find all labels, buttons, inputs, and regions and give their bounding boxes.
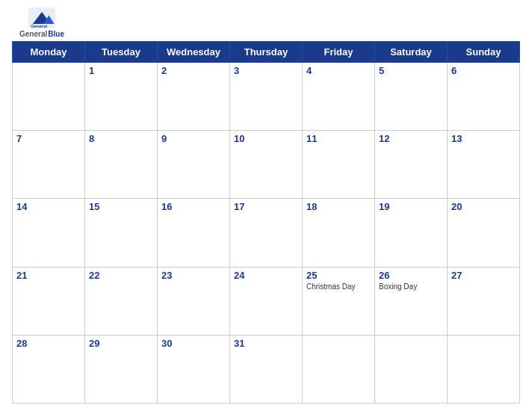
calendar-cell: 20	[448, 199, 520, 267]
calendar-cell: 2	[158, 63, 230, 131]
day-number: 27	[451, 270, 516, 281]
day-number: 3	[234, 65, 298, 76]
calendar-cell: 8	[85, 131, 158, 199]
day-number: 31	[234, 338, 298, 349]
day-number: 14	[16, 201, 81, 212]
calendar-cell: 24	[230, 267, 303, 335]
weekday-header-tuesday: Tuesday	[85, 42, 158, 63]
calendar-cell: 28	[13, 335, 85, 403]
calendar-cell: 16	[158, 199, 230, 267]
svg-text:General: General	[31, 24, 48, 28]
calendar-cell: 17	[230, 199, 303, 267]
logo-text: General Blue	[19, 30, 64, 38]
day-number: 26	[379, 270, 443, 281]
calendar-cell: 27	[448, 267, 520, 335]
calendar-cell	[303, 335, 375, 403]
day-number: 5	[379, 65, 443, 76]
calendar-cell	[448, 335, 520, 403]
holiday-name: Boxing Day	[379, 282, 443, 291]
weekday-header-sunday: Sunday	[448, 42, 520, 63]
calendar-week-row: 14151617181920	[13, 199, 520, 267]
day-number: 17	[234, 201, 298, 212]
logo-blue: Blue	[48, 30, 64, 38]
calendar-cell: 22	[85, 267, 158, 335]
day-number: 7	[16, 133, 81, 144]
day-number: 19	[379, 201, 443, 212]
calendar-cell: 11	[303, 131, 375, 199]
calendar-header: General General Blue	[12, 7, 520, 38]
holiday-name: Christmas Day	[306, 282, 371, 291]
day-number: 25	[306, 270, 371, 281]
day-number: 20	[451, 201, 516, 212]
day-number: 11	[306, 133, 371, 144]
day-number: 13	[451, 133, 516, 144]
calendar-cell: 30	[158, 335, 230, 403]
calendar-cell: 26Boxing Day	[375, 267, 448, 335]
calendar-cell: 7	[13, 131, 85, 199]
day-number: 9	[161, 133, 226, 144]
calendar-week-row: 123456	[13, 63, 520, 131]
calendar-cell: 3	[230, 63, 303, 131]
generalblue-logo-icon: General	[28, 7, 55, 28]
calendar-cell: 12	[375, 131, 448, 199]
weekday-header-wednesday: Wednesday	[158, 42, 230, 63]
calendar-cell: 6	[448, 63, 520, 131]
day-number: 15	[89, 201, 153, 212]
weekday-header-thursday: Thursday	[230, 42, 303, 63]
calendar-cell	[13, 63, 85, 131]
day-number: 2	[161, 65, 226, 76]
calendar-cell: 1	[85, 63, 158, 131]
day-number: 30	[161, 338, 226, 349]
day-number: 21	[16, 270, 81, 281]
day-number: 24	[234, 270, 298, 281]
calendar-cell: 18	[303, 199, 375, 267]
calendar-cell: 25Christmas Day	[303, 267, 375, 335]
calendar-cell: 10	[230, 131, 303, 199]
calendar-cell: 21	[13, 267, 85, 335]
calendar-cell: 19	[375, 199, 448, 267]
day-number: 8	[89, 133, 153, 144]
calendar-cell: 14	[13, 199, 85, 267]
day-number: 6	[451, 65, 516, 76]
day-number: 10	[234, 133, 298, 144]
day-number: 18	[306, 201, 371, 212]
weekday-header-saturday: Saturday	[375, 42, 448, 63]
calendar-cell: 15	[85, 199, 158, 267]
day-number: 22	[89, 270, 153, 281]
calendar-cell: 23	[158, 267, 230, 335]
calendar-cell: 4	[303, 63, 375, 131]
day-number: 28	[16, 338, 81, 349]
calendar-cell: 13	[448, 131, 520, 199]
logo-general: General	[19, 30, 47, 38]
calendar-cell: 29	[85, 335, 158, 403]
day-number: 4	[306, 65, 371, 76]
day-number: 12	[379, 133, 443, 144]
weekday-header-row: MondayTuesdayWednesdayThursdayFridaySatu…	[13, 42, 520, 63]
day-number: 16	[161, 201, 226, 212]
day-number: 1	[89, 65, 153, 76]
calendar-week-row: 28293031	[13, 335, 520, 403]
day-number: 29	[89, 338, 153, 349]
calendar-cell	[375, 335, 448, 403]
calendar-week-row: 2122232425Christmas Day26Boxing Day27	[13, 267, 520, 335]
day-number: 23	[161, 270, 226, 281]
calendar-cell: 31	[230, 335, 303, 403]
calendar-cell: 5	[375, 63, 448, 131]
logo-area: General General Blue	[12, 7, 72, 38]
weekday-header-friday: Friday	[303, 42, 375, 63]
calendar-table: MondayTuesdayWednesdayThursdayFridaySatu…	[12, 41, 520, 404]
weekday-header-monday: Monday	[13, 42, 85, 63]
calendar-week-row: 78910111213	[13, 131, 520, 199]
calendar-cell: 9	[158, 131, 230, 199]
